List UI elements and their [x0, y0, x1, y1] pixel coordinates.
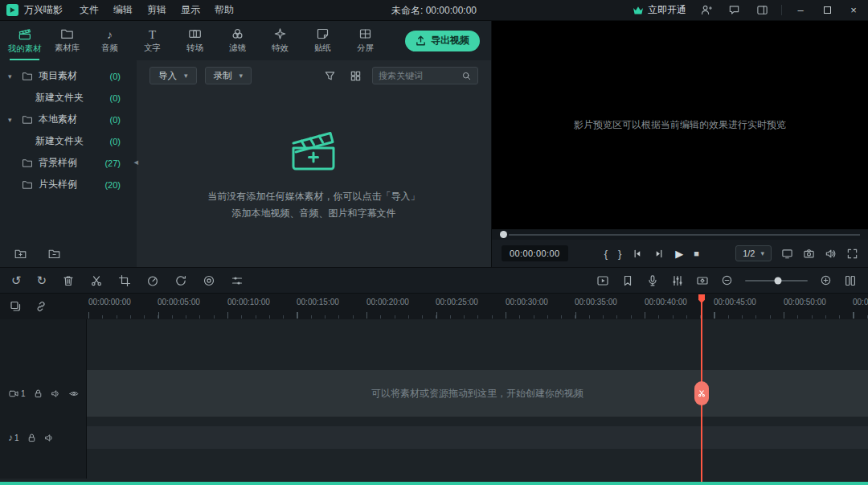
undo-button[interactable]: ↺ [11, 274, 22, 286]
tab-stickers[interactable]: 贴纸 [301, 21, 344, 60]
menu-view[interactable]: 显示 [174, 0, 207, 21]
delete-button[interactable] [62, 274, 75, 287]
tab-audio[interactable]: ♪ 音频 [88, 21, 131, 60]
split-scissors-button[interactable] [90, 274, 103, 287]
chevron-down-icon[interactable]: ▾ [8, 72, 16, 80]
lock-track-icon[interactable] [27, 433, 37, 443]
mark-out-button[interactable]: } [618, 248, 621, 260]
tab-my-media[interactable]: 我的素材 [3, 21, 46, 60]
display-device-icon[interactable] [781, 248, 793, 260]
tab-effects[interactable]: 特效 [259, 21, 301, 60]
item-count: (0) [110, 137, 121, 146]
new-folder-button[interactable] [11, 245, 29, 262]
menu-help[interactable]: 帮助 [207, 0, 241, 21]
import-button[interactable]: 导入 ▾ [149, 67, 197, 84]
audio-track-header: ♪ 1 [0, 426, 87, 449]
volume-icon[interactable] [825, 248, 837, 260]
tab-filters[interactable]: 滤镜 [216, 21, 259, 60]
crop-button[interactable] [118, 274, 131, 287]
voiceover-mic-button[interactable] [646, 274, 659, 287]
lock-track-icon[interactable] [33, 388, 43, 399]
timeline-tools [0, 294, 87, 319]
preview-seek-bar[interactable] [492, 229, 868, 240]
video-track-drop-zone[interactable]: 可以将素材或资源拖动到这里，开始创建你的视频 [87, 370, 868, 417]
mute-track-icon[interactable] [44, 433, 55, 443]
tab-split-screen[interactable]: 分屏 [344, 21, 387, 60]
stop-button[interactable]: ■ [694, 249, 699, 258]
feedback-icon[interactable] [725, 2, 743, 19]
menu-edit[interactable]: 编辑 [106, 0, 140, 21]
mute-track-icon[interactable] [51, 388, 61, 399]
upgrade-button[interactable]: 立即开通 [633, 3, 686, 17]
link-clips-button[interactable] [35, 300, 47, 313]
marker-button[interactable] [621, 274, 634, 287]
tree-item-background-samples[interactable]: 背景样例 (27) [0, 152, 137, 174]
audio-mixer-button[interactable] [671, 274, 684, 287]
zoom-slider-knob[interactable] [774, 277, 781, 284]
speed-button[interactable] [146, 274, 159, 287]
ruler-label: 00:00:15:00 [297, 298, 339, 306]
preview-quality-select[interactable]: 1/2 ▾ [735, 245, 772, 261]
minimize-button[interactable]: – [792, 0, 809, 21]
hide-track-eye-icon[interactable] [68, 388, 80, 399]
snapshot-camera-icon[interactable] [803, 248, 815, 260]
render-preview-button[interactable] [596, 274, 609, 287]
invite-user-icon[interactable] [697, 2, 714, 19]
transition-icon [188, 27, 202, 40]
fit-timeline-button[interactable] [844, 274, 857, 287]
filter-funnel-icon[interactable] [321, 67, 338, 84]
playhead[interactable] [697, 294, 706, 485]
item-count: (0) [110, 72, 121, 81]
current-timecode: 00:00:00:00 [502, 245, 568, 261]
video-track-number: 1 [21, 389, 26, 398]
empty-media-state: 当前没有添加任何媒体素材，你可以点击「导入」 添加本地视频、音频、图片和字幕文件 [137, 91, 491, 267]
close-button[interactable]: × [845, 0, 862, 21]
timeline-ruler[interactable]: 00:00:00:00 00:00:05:00 00:00:10:00 00:0… [87, 294, 868, 319]
tab-transitions[interactable]: 转场 [174, 21, 216, 60]
search-icon[interactable] [461, 71, 472, 81]
previous-frame-button[interactable] [632, 249, 643, 259]
audio-track-drop-zone[interactable] [87, 426, 868, 449]
delete-folder-button[interactable] [45, 245, 63, 262]
tree-item-intro-samples[interactable]: 片头样例 (20) [0, 174, 137, 195]
menu-clip[interactable]: 剪辑 [140, 0, 174, 21]
tree-item-project-media[interactable]: ▾ 项目素材 (0) [0, 65, 137, 87]
folder-icon [22, 114, 33, 125]
mark-in-button[interactable]: { [604, 248, 608, 260]
menu-file[interactable]: 文件 [72, 0, 106, 21]
split-at-playhead-button[interactable] [694, 381, 709, 405]
timeline-zoom-slider[interactable] [745, 280, 808, 282]
search-input[interactable] [379, 71, 458, 80]
grid-view-icon[interactable] [346, 67, 364, 84]
color-adjust-button[interactable] [203, 274, 215, 287]
workspace-layout-icon[interactable] [753, 2, 771, 19]
play-button[interactable]: ▶ [675, 249, 683, 259]
export-video-button[interactable]: 导出视频 [405, 31, 480, 51]
upgrade-label: 立即开通 [648, 3, 686, 17]
chevron-down-icon[interactable]: ▾ [8, 116, 16, 124]
tree-item-local-media[interactable]: ▾ 本地素材 (0) [0, 109, 137, 130]
maximize-button[interactable] [819, 0, 835, 21]
tree-item-new-folder-1[interactable]: 新建文件夹 (0) [0, 87, 137, 109]
redo-button[interactable]: ↻ [37, 274, 47, 286]
seek-knob[interactable] [500, 231, 507, 238]
record-button[interactable]: 录制 ▾ [205, 67, 252, 84]
zoom-in-button[interactable] [820, 274, 832, 286]
tab-text[interactable]: T 文字 [131, 21, 174, 60]
tree-item-new-folder-2[interactable]: 新建文件夹 (0) [0, 130, 137, 152]
collapse-sidebar-handle[interactable]: ◂ [133, 157, 138, 167]
ruler-label: 00:00:40:00 [645, 298, 687, 306]
track-manager-button[interactable] [10, 300, 23, 313]
asset-tabs: 我的素材 素材库 ♪ 音频 T 文字 转场 [0, 21, 491, 60]
text-tool-icon: T [149, 27, 156, 40]
motion-tracking-button[interactable] [174, 274, 187, 287]
bottom-accent-bar [0, 482, 868, 485]
adjust-sliders-button[interactable] [231, 274, 244, 287]
sidebar-footer [0, 240, 137, 267]
tab-stock-media[interactable]: 素材库 [46, 21, 88, 60]
seek-track[interactable] [509, 234, 860, 236]
next-frame-button[interactable] [653, 249, 665, 259]
fullscreen-icon[interactable] [846, 248, 858, 260]
keyframe-button[interactable] [696, 274, 709, 287]
zoom-out-button[interactable] [721, 274, 733, 286]
